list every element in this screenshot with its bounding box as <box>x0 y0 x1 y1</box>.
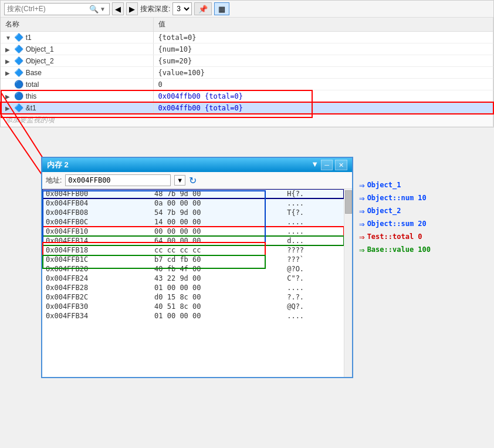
memory-row[interactable]: 0x004FFB18 cc cc cc cc ???? <box>42 245 344 255</box>
memory-row[interactable]: 0x004FFB14 64 00 00 00 d... <box>42 236 344 245</box>
memory-row[interactable]: 0x004FFB08 54 7b 9d 00 T{?. <box>42 208 344 217</box>
annotation-line: ⇒ Test::total 0 <box>359 230 494 243</box>
table-row[interactable]: ▼ 🔷 t1 {total=0} <box>1 32 493 43</box>
annotation-text: Base::value 100 <box>367 245 431 254</box>
memory-row[interactable]: 0x004FFB24 43 22 9d 00 C"?. <box>42 274 344 283</box>
watch-toolbar: 🔍 ▼ ◀ ▶ 搜索深度: 31245 📌 ▦ <box>1 1 493 18</box>
expand-icon[interactable]: ▶ <box>5 105 12 112</box>
table-row[interactable]: ▶ 🔵 total 0 <box>1 79 493 90</box>
dropdown-icon[interactable]: ▼ <box>311 160 319 170</box>
annotation-line: ⇒ Object_1 <box>359 178 494 191</box>
col-name-header: 名称 <box>1 18 153 32</box>
memory-row[interactable]: 0x004FFB2C d0 15 8c 00 ?.?. <box>42 292 344 302</box>
memory-row[interactable]: 0x004FFB04 0a 00 00 00 .... <box>42 198 344 208</box>
var-icon: 🔵 <box>14 80 23 89</box>
addr-label: 地址: <box>46 176 62 186</box>
minimize-button[interactable]: ─ <box>321 160 333 170</box>
memory-row[interactable]: 0x004FFB20 40 fb 4f 00 @?O. <box>42 264 344 274</box>
table-row[interactable]: ▶ 🔷 Object_2 {sum=20} <box>1 55 493 67</box>
expand-icon[interactable]: ▶ <box>5 46 12 53</box>
annotations-panel: ⇒ Object_1 ⇒ Object::num 10 ⇒ Object_2 ⇒… <box>353 145 494 378</box>
row-value: 0x004ffb00 {total=0} <box>153 102 493 114</box>
mem-addr: 0x004FFB00 <box>42 189 151 198</box>
memory-titlebar: 内存 2 ▼ ─ ✕ <box>42 158 352 172</box>
row-name: &t1 <box>26 104 36 112</box>
annotation-line: ⇒ Object::sum 20 <box>359 217 494 230</box>
arrow-icon: ⇒ <box>359 206 365 217</box>
arrow-icon: ⇒ <box>359 193 365 204</box>
close-button[interactable]: ✕ <box>335 160 347 170</box>
table-row[interactable]: ▶ 🔷 &t1 0x004ffb00 {total=0} <box>1 102 493 114</box>
arrow-icon: ⇒ <box>359 180 365 191</box>
expand-icon[interactable]: ▼ <box>5 35 12 41</box>
col-value-header: 值 <box>153 18 493 32</box>
scrollbar-thumb[interactable] <box>345 190 352 214</box>
watch-table: 名称 值 ▼ 🔷 t1 {total=0} <box>1 18 493 127</box>
mem-hex: 48 7b 9d 00 <box>151 189 283 198</box>
table-view-button[interactable]: ▦ <box>214 2 229 15</box>
annotation-line: ⇒ Object::num 10 <box>359 191 494 204</box>
expand-icon[interactable]: ▶ <box>5 70 12 76</box>
class-icon: 🔷 <box>14 45 23 53</box>
table-row[interactable]: ▶ 🔷 Base {value=100} <box>1 67 493 79</box>
row-name: Object_2 <box>26 57 54 65</box>
row-value: 0x004ffb00 {total=0} <box>153 90 493 102</box>
addr-dropdown-icon[interactable]: ▼ <box>174 175 185 186</box>
row-name: total <box>26 80 39 89</box>
class-icon: 🔷 <box>14 56 23 65</box>
row-value: {sum=20} <box>153 55 493 67</box>
memory-row[interactable]: 0x004FFB00 48 7b 9d 00 H{?. <box>42 189 344 198</box>
annotation-line: ⇒ Object_2 <box>359 204 494 217</box>
refresh-button[interactable]: ↻ <box>189 175 197 186</box>
annotation-text: Object::sum 20 <box>367 220 427 228</box>
memory-row[interactable]: 0x004FFB28 01 00 00 00 .... <box>42 283 344 292</box>
memory-title: 内存 2 <box>47 160 69 170</box>
dropdown-arrow-icon[interactable]: ▼ <box>100 6 106 12</box>
mem-ascii: H{?. <box>283 189 344 198</box>
pin-button[interactable]: 📌 <box>194 2 212 15</box>
annotation-text: Test::total 0 <box>367 233 422 241</box>
row-name: t1 <box>26 33 32 42</box>
row-name: Object_1 <box>26 45 54 53</box>
row-value: 0 <box>153 79 493 90</box>
arrow-icon: ⇒ <box>359 218 365 230</box>
memory-row[interactable]: 0x004FFB0C 14 00 00 00 .... <box>42 217 344 227</box>
addr-input[interactable] <box>65 174 171 186</box>
row-value: {total=0} <box>153 32 493 43</box>
arrow-icon: ⇒ <box>359 244 365 255</box>
memory-scrollbar[interactable] <box>344 189 352 377</box>
table-row[interactable]: ▶ 🔵 this 0x004ffb00 {total=0} <box>1 90 493 102</box>
search-icon[interactable]: 🔍 <box>89 5 99 14</box>
class-icon: 🔷 <box>14 68 23 77</box>
back-button[interactable]: ◀ <box>112 2 124 15</box>
memory-row[interactable]: 0x004FFB10 00 00 00 00 .... <box>42 227 344 236</box>
row-value: {value=100} <box>153 67 493 79</box>
memory-table: 0x004FFB00 48 7b 9d 00 H{?. 0x004FFB04 0… <box>42 189 344 321</box>
add-watch-label[interactable]: 添加要监视的项 <box>1 114 493 127</box>
memory-main[interactable]: 0x004FFB00 48 7b 9d 00 H{?. 0x004FFB04 0… <box>42 189 344 377</box>
memory-titlebar-controls: ▼ ─ ✕ <box>311 160 347 170</box>
table-row[interactable]: ▶ 🔷 Object_1 {num=10} <box>1 43 493 55</box>
annotation-line: ⇒ Base::value 100 <box>359 243 494 256</box>
memory-content: 0x004FFB00 48 7b 9d 00 H{?. 0x004FFB04 0… <box>42 189 352 377</box>
forward-button[interactable]: ▶ <box>126 2 138 15</box>
depth-select[interactable]: 31245 <box>172 2 192 15</box>
memory-row[interactable]: 0x004FFB34 01 00 00 00 .... <box>42 311 344 321</box>
arrow-icon: ⇒ <box>359 231 365 242</box>
ref-icon: 🔷 <box>14 103 23 112</box>
row-value: {num=10} <box>153 43 493 55</box>
expand-icon[interactable]: ▶ <box>5 58 12 65</box>
memory-row[interactable]: 0x004FFB1C b7 cd fb 60 ???` <box>42 255 344 264</box>
search-box[interactable]: 🔍 ▼ <box>4 3 110 15</box>
row-name: this <box>26 92 37 100</box>
annotation-text: Object_2 <box>367 207 401 215</box>
memory-addr-bar: 地址: ▼ ↻ <box>42 172 352 189</box>
memory-window: 内存 2 ▼ ─ ✕ 地址: ▼ ↻ <box>41 157 353 378</box>
expand-icon[interactable]: ▶ <box>5 93 12 100</box>
var-icon: 🔵 <box>14 92 23 100</box>
search-input[interactable] <box>7 5 89 13</box>
annotation-text: Object::num 10 <box>367 194 427 202</box>
memory-row[interactable]: 0x004FFB30 40 51 8c 00 @Q?. <box>42 302 344 311</box>
add-watch-row[interactable]: 添加要监视的项 <box>1 114 493 127</box>
row-name: Base <box>26 69 42 77</box>
